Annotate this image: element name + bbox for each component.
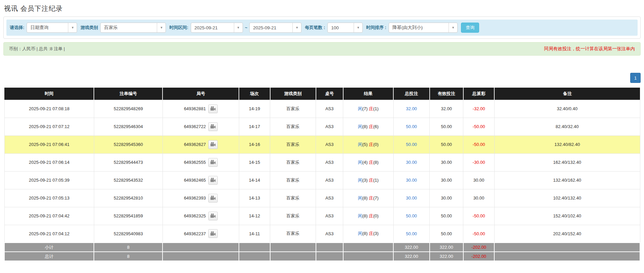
total-bet-link[interactable]: 30.00 bbox=[406, 195, 417, 201]
summary-count: 8 bbox=[94, 252, 163, 261]
table-row: 2025-09-21 07:08:18522829548269649362881… bbox=[4, 100, 640, 118]
cell-total-bet: 30.00 bbox=[393, 189, 430, 207]
cell-round-number: 649362237 bbox=[163, 225, 239, 243]
cell-remark: 152.40/102.40 bbox=[494, 207, 640, 225]
summary-empty-cell bbox=[270, 252, 316, 261]
cell-round-number: 649362465 bbox=[163, 171, 239, 189]
total-bet-link[interactable]: 50.00 bbox=[406, 213, 417, 218]
bet-records-table: 时间 注单编号 局号 场次 游戏类别 桌号 结果 总投注 有效投注 总派彩 备注… bbox=[4, 88, 640, 261]
result-banker-label: 庄 bbox=[369, 124, 373, 129]
chevron-down-icon: ▼ bbox=[157, 23, 166, 32]
result-banker-score: (8) bbox=[373, 160, 379, 165]
result-player-score: (5) bbox=[362, 142, 368, 147]
cell-time: 2025-09-21 07:04:42 bbox=[4, 207, 94, 225]
summary-payout: -202.00 bbox=[463, 252, 495, 261]
summary-empty-cell bbox=[239, 243, 270, 252]
cell-payout: -32.00 bbox=[463, 100, 495, 118]
cell-game-type: 百家乐 bbox=[270, 135, 316, 153]
cell-round-number: 649362627 bbox=[163, 135, 239, 153]
result-player-score: (8) bbox=[362, 195, 368, 201]
total-bet-link[interactable]: 30.00 bbox=[406, 160, 417, 165]
cell-table-number: AS3 bbox=[316, 153, 343, 171]
cell-remark: 162.40/132.40 bbox=[494, 153, 640, 171]
game-type-label: 游戏类别 bbox=[80, 25, 98, 31]
total-bet-link[interactable]: 50.00 bbox=[406, 124, 417, 129]
result-player-label: 闲 bbox=[358, 213, 362, 218]
video-replay-button[interactable] bbox=[208, 229, 218, 238]
result-banker-label: 庄 bbox=[369, 142, 373, 147]
cell-table-number: AS3 bbox=[316, 207, 343, 225]
round-number-text: 649362325 bbox=[184, 213, 206, 218]
round-number-wrap: 649362722 bbox=[184, 122, 218, 131]
header-remark: 备注 bbox=[494, 88, 640, 100]
header-bet-number: 注单编号 bbox=[94, 88, 163, 100]
cell-time: 2025-09-21 07:07:12 bbox=[4, 118, 94, 135]
search-button[interactable]: 查询 bbox=[461, 23, 479, 33]
summary-remark bbox=[494, 243, 640, 252]
result-banker-score: (6) bbox=[373, 124, 379, 129]
result-banker-score: (0) bbox=[373, 213, 379, 218]
video-replay-button[interactable] bbox=[208, 140, 218, 149]
video-replay-button[interactable] bbox=[208, 212, 218, 220]
cell-game-type: 百家乐 bbox=[270, 100, 316, 118]
header-game-type: 游戏类别 bbox=[270, 88, 316, 100]
summary-empty-cell bbox=[270, 243, 316, 252]
date-to-value: 2025-09-21 bbox=[250, 25, 292, 30]
time-sort-select[interactable]: 降幂(由大到小) ▼ bbox=[389, 23, 458, 33]
total-bet-link[interactable]: 32.00 bbox=[406, 106, 417, 111]
video-replay-button[interactable] bbox=[208, 194, 218, 203]
summary-valid-bet: 322.00 bbox=[430, 252, 463, 261]
table-row: 2025-09-21 07:07:12522829546304649362722… bbox=[4, 118, 640, 135]
game-type-select[interactable]: 百家乐 ▼ bbox=[100, 23, 166, 33]
currency-total-text: 币别：人民币 | 总共 :8 注单 | bbox=[9, 46, 65, 52]
table-row: 2025-09-21 07:05:39522829543532649362465… bbox=[4, 171, 640, 189]
cell-session: 14-17 bbox=[239, 118, 270, 135]
grand-total-row: 总计8322.00322.00-202.00 bbox=[4, 252, 640, 261]
total-bet-link[interactable]: 50.00 bbox=[406, 142, 417, 147]
result-player-score: (4) bbox=[362, 160, 368, 165]
round-number-wrap: 649362465 bbox=[184, 176, 218, 185]
cell-session: 14-16 bbox=[239, 135, 270, 153]
video-camera-icon bbox=[210, 124, 216, 129]
table-row: 2025-09-21 07:06:14522829544473649362555… bbox=[4, 153, 640, 171]
table-header-row: 时间 注单编号 局号 场次 游戏类别 桌号 结果 总投注 有效投注 总派彩 备注 bbox=[4, 88, 640, 100]
header-round-number: 局号 bbox=[163, 88, 239, 100]
video-replay-button[interactable] bbox=[208, 158, 218, 167]
cell-bet-number: 522829546304 bbox=[94, 118, 163, 135]
page-size-select[interactable]: 100 ▼ bbox=[327, 23, 363, 33]
cell-result: 闲(8) 庄(7) bbox=[343, 189, 393, 207]
cell-total-bet: 32.00 bbox=[393, 100, 430, 118]
video-replay-button[interactable] bbox=[208, 104, 218, 113]
summary-count: 8 bbox=[94, 243, 163, 252]
cell-time: 2025-09-21 07:06:14 bbox=[4, 153, 94, 171]
cell-valid-bet: 50.00 bbox=[430, 118, 463, 135]
cell-round-number: 649362881 bbox=[163, 100, 239, 118]
round-number-text: 649362627 bbox=[184, 142, 206, 147]
cell-round-number: 649362555 bbox=[163, 153, 239, 171]
summary-payout: -202.00 bbox=[463, 243, 495, 252]
cell-round-number: 649362325 bbox=[163, 207, 239, 225]
video-replay-button[interactable] bbox=[208, 176, 218, 185]
video-camera-icon bbox=[210, 178, 216, 183]
video-camera-icon bbox=[210, 142, 216, 147]
cell-result: 闲(4) 庄(8) bbox=[343, 153, 393, 171]
total-bet-link[interactable]: 50.00 bbox=[406, 231, 417, 236]
summary-label: 小计 bbox=[4, 243, 94, 252]
date-to-select[interactable]: 2025-09-21 ▼ bbox=[249, 23, 301, 33]
date-from-select[interactable]: 2025-09-21 ▼ bbox=[191, 23, 243, 33]
cell-time: 2025-09-21 07:04:12 bbox=[4, 225, 94, 243]
result-player-label: 闲 bbox=[358, 195, 362, 201]
query-type-select[interactable]: 日期查询 ▼ bbox=[27, 23, 77, 33]
time-sort-label: 时间排序 : bbox=[366, 25, 386, 31]
query-type-label: 请选择: bbox=[10, 25, 24, 31]
header-result: 结果 bbox=[343, 88, 393, 100]
cell-valid-bet: 50.00 bbox=[430, 135, 463, 153]
summary-total-bet: 322.00 bbox=[393, 252, 430, 261]
cell-total-bet: 50.00 bbox=[393, 118, 430, 135]
result-banker-score: (0) bbox=[373, 142, 379, 147]
valid-bet-notice: 同局有效投注，统一计算在该局第一张注单内 bbox=[544, 46, 635, 52]
total-bet-link[interactable]: 30.00 bbox=[406, 178, 417, 183]
page-button-1[interactable]: 1 bbox=[630, 73, 641, 83]
table-body: 2025-09-21 07:08:18522829548269649362881… bbox=[4, 100, 640, 261]
video-replay-button[interactable] bbox=[208, 122, 218, 131]
